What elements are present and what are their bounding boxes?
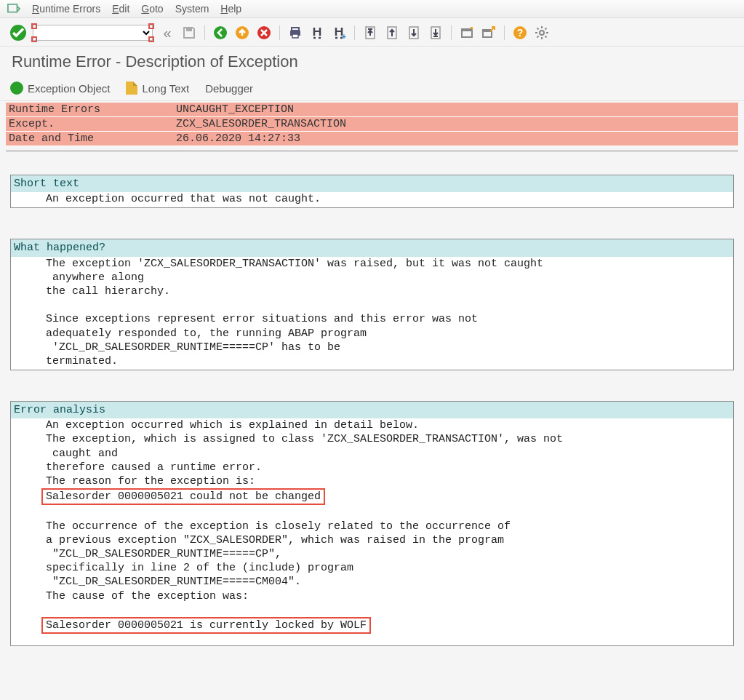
- app-menu-icon[interactable]: [7, 4, 20, 14]
- section-short-text: Short text An exception occurred that wa…: [10, 175, 734, 208]
- new-session-icon[interactable]: [459, 25, 475, 41]
- debugger-label: Debugger: [205, 82, 253, 95]
- svg-rect-6: [292, 34, 298, 38]
- long-text-button[interactable]: Long Text: [126, 81, 189, 95]
- svg-point-1: [214, 26, 227, 39]
- next-page-icon[interactable]: [406, 25, 422, 41]
- settings-icon[interactable]: [534, 25, 550, 41]
- find-next-icon[interactable]: +: [331, 25, 347, 41]
- menu-goto[interactable]: Goto: [141, 3, 163, 15]
- document-icon: [126, 81, 137, 95]
- toolbar: « + ?: [0, 18, 744, 47]
- back-history-icon[interactable]: «: [159, 25, 175, 41]
- last-page-icon[interactable]: [428, 25, 444, 41]
- section-title: What happened?: [11, 239, 733, 256]
- divider: [6, 151, 738, 151]
- exception-object-label: Exception Object: [28, 82, 110, 95]
- error-analysis-pre: An exception occurred which is explained…: [46, 419, 563, 488]
- command-field[interactable]: [33, 25, 153, 41]
- debugger-button[interactable]: Debugger: [205, 82, 253, 95]
- section-error-analysis: Error analysis An exception occurred whi…: [10, 401, 734, 646]
- prev-page-icon[interactable]: [384, 25, 400, 41]
- long-text-label: Long Text: [142, 82, 189, 95]
- back-icon[interactable]: [212, 25, 228, 41]
- meta-label: Date and Time: [6, 132, 173, 146]
- help-icon[interactable]: ?: [512, 25, 528, 41]
- print-icon[interactable]: [287, 25, 303, 41]
- meta-row-date-time: Date and Time 26.06.2020 14:27:33: [6, 132, 738, 146]
- section-body: An exception occurred which is explained…: [11, 418, 733, 645]
- find-icon[interactable]: [309, 25, 325, 41]
- error-meta-table: Runtime Errors UNCAUGHT_EXCEPTION Except…: [6, 103, 738, 146]
- svg-text:+: +: [342, 33, 346, 40]
- highlight-reason: Salesorder 0000005021 could not be chang…: [41, 488, 325, 505]
- svg-point-19: [540, 31, 544, 35]
- highlight-cause: Salesorder 0000005021 is currently locke…: [41, 617, 371, 634]
- page-title: Runtime Error - Description of Exception: [0, 47, 744, 79]
- error-analysis-mid: The occurrence of the exception is close…: [46, 520, 511, 602]
- cancel-icon[interactable]: [256, 25, 272, 41]
- green-dot-icon: [10, 81, 23, 95]
- section-what-happened: What happened? The exception 'ZCX_SALESO…: [10, 239, 734, 370]
- section-title: Error analysis: [11, 402, 733, 418]
- menu-help[interactable]: Help: [220, 3, 241, 15]
- meta-row-except: Except. ZCX_SALESORDER_TRANSACTION: [6, 117, 738, 132]
- command-field-wrap: [32, 24, 153, 41]
- section-body: An exception occurred that was not caugh…: [11, 192, 733, 207]
- section-title: Short text: [11, 175, 733, 192]
- svg-rect-13: [462, 29, 472, 31]
- sub-toolbar: Exception Object Long Text Debugger: [0, 79, 744, 101]
- meta-value: 26.06.2020 14:27:33: [173, 132, 738, 146]
- exit-icon[interactable]: [234, 25, 250, 41]
- shortcut-icon[interactable]: [481, 25, 497, 41]
- meta-value: ZCX_SALESORDER_TRANSACTION: [173, 117, 738, 131]
- meta-row-runtime-errors: Runtime Errors UNCAUGHT_EXCEPTION: [6, 103, 738, 117]
- meta-value: UNCAUGHT_EXCEPTION: [173, 103, 738, 116]
- menubar: Runtime Errors Edit Goto System Help: [0, 0, 744, 18]
- menu-system[interactable]: System: [175, 3, 209, 15]
- menu-runtime-errors[interactable]: Runtime Errors: [32, 3, 100, 15]
- svg-rect-0: [186, 28, 192, 31]
- menu-edit[interactable]: Edit: [112, 3, 129, 15]
- exception-object-button[interactable]: Exception Object: [10, 81, 110, 95]
- section-body: The exception 'ZCX_SALESORDER_TRANSACTIO…: [11, 257, 733, 370]
- save-icon[interactable]: [181, 25, 197, 41]
- svg-text:?: ?: [517, 27, 524, 39]
- meta-label: Except.: [6, 117, 173, 131]
- svg-rect-4: [292, 28, 299, 31]
- meta-label: Runtime Errors: [6, 103, 173, 116]
- first-page-icon[interactable]: [362, 25, 378, 41]
- ok-icon[interactable]: [10, 25, 26, 41]
